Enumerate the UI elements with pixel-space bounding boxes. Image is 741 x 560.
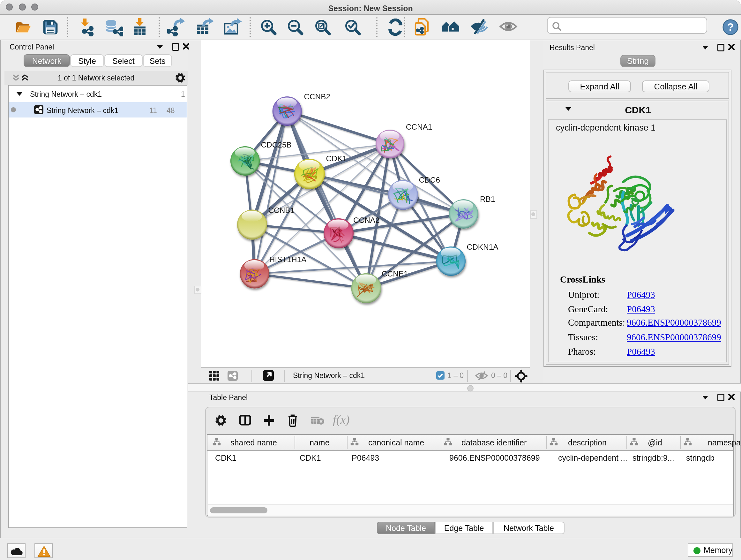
svg-text:?: ? (727, 21, 734, 33)
svg-text:CDC6: CDC6 (419, 176, 440, 184)
svg-text:CCNE1: CCNE1 (382, 269, 408, 278)
svg-text:CCNA2: CCNA2 (353, 216, 380, 225)
svg-text:HIST1H1A: HIST1H1A (269, 255, 307, 264)
svg-text:CCNB1: CCNB1 (268, 206, 295, 214)
svg-text:CDKN1A: CDKN1A (467, 243, 499, 251)
svg-text:RB1: RB1 (480, 195, 495, 203)
svg-text:CDK1: CDK1 (326, 154, 347, 163)
svg-text:CCNA1: CCNA1 (406, 123, 432, 131)
svg-text:CDC25B: CDC25B (261, 140, 292, 149)
svg-text:CCNB2: CCNB2 (304, 92, 330, 101)
